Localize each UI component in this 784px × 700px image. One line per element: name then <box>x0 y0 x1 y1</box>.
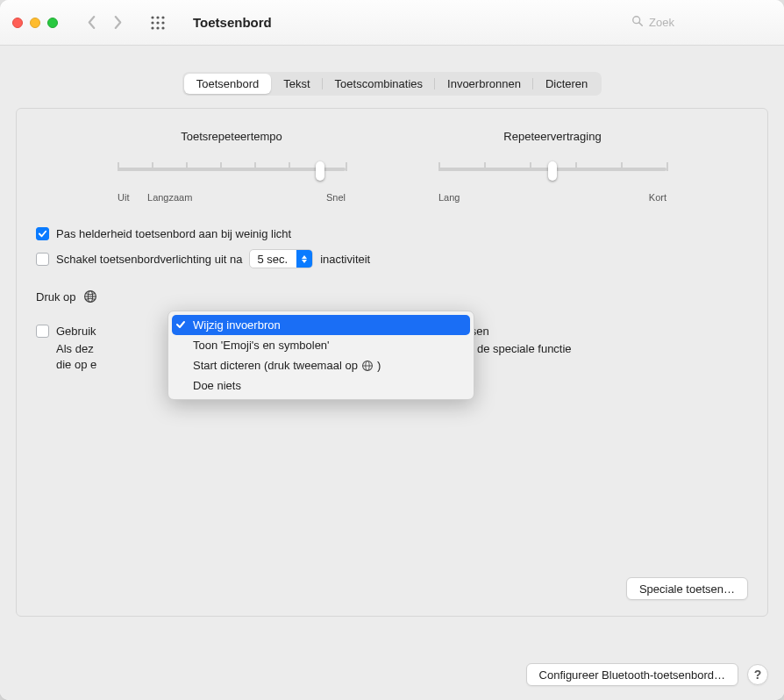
globe-icon <box>361 360 374 372</box>
select-arrows-icon <box>296 250 312 268</box>
close-window-button[interactable] <box>12 18 23 28</box>
menu-item-label-tail: ) <box>377 359 381 372</box>
tab-toetscombinaties[interactable]: Toetscombinaties <box>323 74 435 94</box>
search-icon <box>631 15 644 30</box>
svg-point-6 <box>151 26 153 29</box>
backlight-off-duration-value: 5 sec. <box>250 250 296 268</box>
svg-point-1 <box>156 16 159 18</box>
menu-item-label: Wijzig invoerbron <box>193 318 281 332</box>
tab-toetsenbord[interactable]: Toetsenbord <box>184 74 272 94</box>
settings-panel: Toetsrepeteertempo Uit <box>16 108 768 617</box>
delay-caption-right: Kort <box>649 192 666 203</box>
help-button[interactable]: ? <box>747 664 768 685</box>
key-repeat-caption-right: Snel <box>326 192 346 203</box>
checkmark-icon <box>175 319 186 332</box>
svg-point-8 <box>161 26 164 29</box>
backlight-off-duration-select[interactable]: 5 sec. <box>249 249 313 268</box>
key-repeat-slider-block: Toetsrepeteertempo Uit <box>118 130 346 203</box>
tab-bar: Toetsenbord Tekst Toetscombinaties Invoe… <box>16 72 768 96</box>
fn-keys-checkbox[interactable] <box>36 325 49 338</box>
key-repeat-label: Toetsrepeteertempo <box>118 130 346 143</box>
nav-arrows <box>79 11 130 34</box>
special-keys-button-label: Speciale toetsen… <box>639 582 735 596</box>
delay-caption-left: Lang <box>438 192 460 203</box>
svg-point-5 <box>161 21 164 24</box>
svg-point-2 <box>161 16 164 18</box>
delay-label: Repeteervertraging <box>438 130 666 143</box>
menu-item-start-dictation[interactable]: Start dicteren (druk tweemaal op ) <box>168 355 474 375</box>
backlight-off-label-post: inactiviteit <box>320 253 370 266</box>
press-globe-label: Druk op <box>36 290 76 304</box>
menu-item-change-input-source[interactable]: Wijzig invoerbron <box>172 315 470 335</box>
tab-tekst[interactable]: Tekst <box>271 74 322 94</box>
globe-icon <box>83 289 97 304</box>
bottom-row: Configureer Bluetooth-toetsenbord… ? <box>16 663 768 686</box>
zoom-window-button[interactable] <box>47 18 58 28</box>
window-title: Toetsenbord <box>193 15 272 30</box>
delay-slider-block: Repeteervertraging Lang Kort <box>438 130 666 203</box>
search-field-wrap <box>631 15 772 30</box>
svg-point-0 <box>151 16 153 18</box>
fn-keys-label-pre: Gebruik <box>56 325 96 338</box>
svg-point-3 <box>151 21 153 24</box>
special-keys-button[interactable]: Speciale toetsen… <box>626 577 748 600</box>
content-area: Toetsenbord Tekst Toetscombinaties Invoe… <box>0 46 784 700</box>
minimize-window-button[interactable] <box>30 18 40 28</box>
titlebar: Toetsenbord <box>0 0 784 46</box>
key-repeat-slider[interactable] <box>118 159 346 185</box>
key-repeat-caption-mid: Langzaam <box>147 192 192 203</box>
key-repeat-caption-left: Uit <box>118 192 129 203</box>
globe-action-menu: Wijzig invoerbron Toon 'Emoji's en symbo… <box>167 311 474 400</box>
menu-item-label: Doe niets <box>193 379 241 392</box>
bluetooth-keyboard-button[interactable]: Configureer Bluetooth-toetsenbord… <box>526 663 738 686</box>
brightness-auto-checkbox[interactable] <box>36 227 49 240</box>
svg-line-10 <box>639 23 643 26</box>
backlight-off-label-pre: Schakel toetsenbordverlichting uit na <box>56 253 242 266</box>
svg-point-4 <box>156 21 159 24</box>
show-all-button[interactable] <box>146 11 170 34</box>
backlight-off-checkbox[interactable] <box>36 253 49 266</box>
tab-invoerbronnen[interactable]: Invoerbronnen <box>435 74 533 94</box>
menu-item-show-emoji[interactable]: Toon 'Emoji's en symbolen' <box>168 335 474 355</box>
back-button[interactable] <box>79 11 103 34</box>
window-controls <box>12 18 58 28</box>
brightness-auto-label: Pas helderheid toetsenbord aan bij weini… <box>56 227 291 240</box>
preferences-window: Toetsenbord Toetsenbord Tekst Toetscombi… <box>0 0 784 700</box>
svg-point-7 <box>156 26 159 29</box>
menu-item-label: Toon 'Emoji's en symbolen' <box>193 339 330 352</box>
bluetooth-keyboard-button-label: Configureer Bluetooth-toetsenbord… <box>539 668 725 682</box>
delay-slider[interactable] <box>438 159 666 185</box>
forward-button[interactable] <box>105 11 130 34</box>
menu-item-do-nothing[interactable]: Doe niets <box>168 375 474 396</box>
menu-item-label: Start dicteren (druk tweemaal op <box>193 359 358 372</box>
search-input[interactable] <box>649 16 772 29</box>
tab-dicteren[interactable]: Dicteren <box>533 74 600 94</box>
